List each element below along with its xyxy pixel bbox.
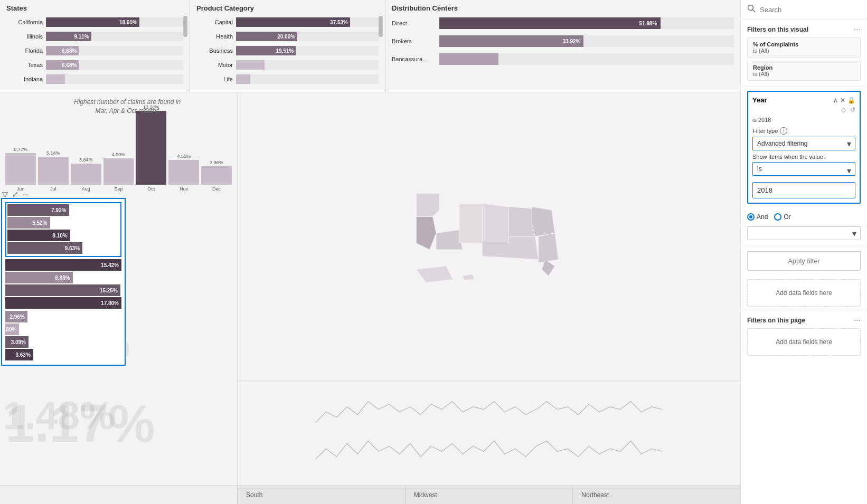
filters-page-more-btn[interactable]: ··· <box>854 316 861 325</box>
month-col-dec[interactable]: 3.36% Dec <box>201 160 232 192</box>
month-col-nov[interactable]: 4.55% Nov <box>168 154 199 192</box>
bg-num-148: 1.48% <box>3 393 115 438</box>
month-bar-jul <box>38 157 69 185</box>
month-col-jun[interactable]: 5.77% Jun <box>5 147 36 192</box>
stacked-bar-row-2-3: 15.25% <box>5 284 121 296</box>
region-cell-northeast[interactable]: Northeast <box>573 486 740 504</box>
add-data-fields-visual[interactable]: Add data fields here <box>747 279 861 307</box>
stacked-group-selected: 7.92% 5.52% 8.10% 9.63% <box>5 202 121 257</box>
product-row-motor[interactable]: Motor <box>196 59 379 71</box>
stacked-seg-1-2: 5.52% <box>7 217 50 229</box>
apply-filter-button[interactable]: Apply filter <box>747 251 861 271</box>
product-row-life[interactable]: Life <box>196 73 379 85</box>
month-label-jul: Jul <box>50 186 56 192</box>
product-track-business: 19.51% <box>236 46 379 55</box>
year-filter-lock-icon[interactable]: 🔒 <box>847 97 855 104</box>
stacked-bar-row-1-4: 9.63% <box>7 242 119 254</box>
filter-item-region[interactable]: Region is (All) <box>747 61 861 81</box>
dist-track-direct: 51.98% <box>439 17 734 29</box>
states-row-illinois[interactable]: Illinois 9.11% <box>6 31 183 42</box>
product-row-capital[interactable]: Capital 37.53% <box>196 16 379 28</box>
dist-row-direct[interactable]: Direct 51.98% <box>392 16 734 30</box>
year-filter-controls: ∧ ✕ 🔒 <box>833 97 855 104</box>
search-input[interactable] <box>760 6 861 14</box>
product-row-business[interactable]: Business 19.51% <box>196 45 379 56</box>
months-column: Highest number of claims are found in Ma… <box>0 92 238 486</box>
month-col-jul[interactable]: 5.14% Jul <box>38 150 69 192</box>
filter-icon[interactable]: ▽ <box>2 190 8 198</box>
month-pct-jul: 5.14% <box>46 150 60 156</box>
stacked-chart-overlay: 7.92% 5.52% 8.10% 9.63% <box>1 198 126 366</box>
states-label-indiana: Indiana <box>6 76 46 82</box>
filter-type-select[interactable]: Advanced filtering Basic filtering Top N <box>752 137 855 150</box>
search-icon <box>747 4 756 15</box>
year-filter-collapse-icon[interactable]: ∧ <box>833 97 838 104</box>
year-value-input[interactable] <box>752 182 855 198</box>
stacked-seg-3-4: 3.63% <box>5 349 33 360</box>
dist-fill-brokers: 33.92% <box>439 35 583 47</box>
month-bar-sep <box>103 158 134 185</box>
states-track-florida: 6.68% <box>46 46 183 55</box>
radio-and[interactable]: And <box>747 213 768 221</box>
states-row-texas[interactable]: Texas 6.68% <box>6 59 183 71</box>
dist-row-brokers[interactable]: Brokers 33.92% <box>392 34 734 48</box>
month-col-aug[interactable]: 3.84% Aug <box>71 157 101 192</box>
year-filter-clear-icon[interactable]: ◇ <box>841 106 846 113</box>
month-bar-dec <box>201 166 232 185</box>
svg-line-1 <box>753 10 756 13</box>
dist-pct-brokers: 33.92% <box>562 39 580 44</box>
filter-item-complaints[interactable]: % of Complaints is (All) <box>747 37 861 58</box>
region-cell-midwest[interactable]: Midwest <box>406 486 573 504</box>
filters-on-visual-section: Filters on this visual ··· % of Complain… <box>741 20 867 87</box>
and-or-row: And Or <box>741 208 867 226</box>
month-pct-jun: 5.77% <box>14 147 27 152</box>
bg-number-117: 1.17% <box>5 393 155 454</box>
add-data-fields-page[interactable]: Add data fields here <box>747 328 861 356</box>
product-row-health[interactable]: Health 20.00% <box>196 31 379 42</box>
stacked-group-2: 15.42% 8.88% 15.25% 17.80% <box>5 259 121 309</box>
states-row-indiana[interactable]: Indiana <box>6 73 183 85</box>
filter-type-select-wrapper: Advanced filtering Basic filtering Top N <box>752 137 855 150</box>
month-label-sep: Sep <box>115 186 123 192</box>
states-track-texas: 6.68% <box>46 60 183 70</box>
stacked-bar-row-2-2: 8.88% <box>5 272 121 283</box>
product-label-health: Health <box>196 33 236 40</box>
product-fill-capital: 37.53% <box>236 17 350 27</box>
more-options-icon[interactable]: ··· <box>23 190 29 198</box>
stacked-seg-1-3: 8.10% <box>7 230 70 241</box>
states-scrollbar[interactable] <box>183 16 187 37</box>
map-container <box>238 92 740 380</box>
month-col-oct[interactable]: 13.24% Oct <box>136 104 166 192</box>
dist-label-bancassura: Bancassura... <box>392 56 439 62</box>
dist-row-bancassura[interactable]: Bancassura... <box>392 52 734 66</box>
us-map-svg <box>404 184 573 289</box>
expand-icon[interactable]: ⤢ <box>12 190 18 198</box>
second-condition-select-wrapper: is is not <box>747 226 861 240</box>
states-section: States California 18.60% Illinois <box>0 0 190 92</box>
stacked-group-3: 2.96% 1.80% 3.09% 3.63% <box>5 311 121 360</box>
radio-and-label: And <box>757 213 768 221</box>
distribution-title: Distribution Centers <box>392 4 734 12</box>
year-filter-subtitle: is 2018 <box>752 117 855 123</box>
states-row-california[interactable]: California 18.60% <box>6 16 183 28</box>
region-cell-south[interactable]: South <box>238 486 406 504</box>
chart-main: States California 18.60% Illinois <box>0 0 740 504</box>
product-label-capital: Capital <box>196 19 236 25</box>
map-column <box>238 92 740 486</box>
region-cell-empty <box>0 486 238 504</box>
mid-row: Highest number of claims are found in Ma… <box>0 92 740 486</box>
second-condition-select[interactable]: is is not <box>747 226 861 240</box>
radio-or[interactable]: Or <box>774 213 790 221</box>
product-scrollbar[interactable] <box>379 16 383 37</box>
states-row-florida[interactable]: Florida 6.68% <box>6 45 183 56</box>
condition-select[interactable]: is is not is less than is greater than i… <box>752 162 855 176</box>
month-label-dec: Dec <box>212 186 221 192</box>
month-label-nov: Nov <box>180 186 188 192</box>
stacked-seg-2-4: 17.80% <box>5 297 121 309</box>
year-filter-reset-icon[interactable]: ↺ <box>850 106 855 113</box>
filters-visual-more-btn[interactable]: ··· <box>854 25 861 34</box>
stacked-seg-2-1: 15.42% <box>5 259 121 271</box>
month-col-sep[interactable]: 4.90% Sep <box>103 152 134 192</box>
year-filter-close-icon[interactable]: ✕ <box>840 97 845 104</box>
states-track-california: 18.60% <box>46 17 183 27</box>
